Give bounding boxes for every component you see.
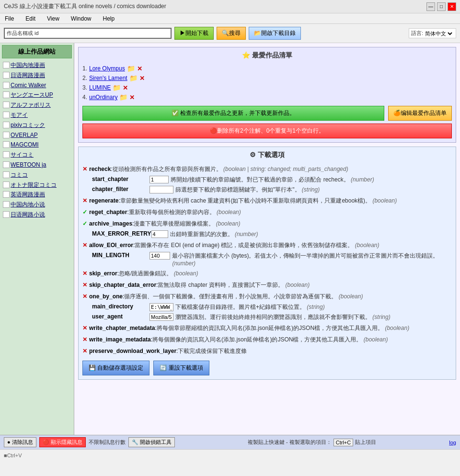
option-write-chapter-meta: ✕ write_chapter_metadata:將每個章節壓縮檔的資訊寫入同名…	[82, 322, 452, 334]
checkbox-icon[interactable]	[3, 191, 10, 198]
sidebar-item-china-manga[interactable]: 中国内地漫画	[2, 60, 72, 70]
sidebar-item-alpha-polis[interactable]: アルファポリス	[2, 100, 72, 110]
bottom-icon: ■	[4, 453, 7, 458]
option-preserve-work-layer: ✕ preserve_download_work_layer:下載完成後保留下載…	[82, 345, 452, 357]
option-buttons: 💾 自動儲存選項設定 🔄 重設下載選項	[82, 361, 452, 375]
option-name: recheck	[89, 166, 111, 172]
lang-select[interactable]: 简体中文 繁體中文 English	[423, 30, 454, 37]
checkbox-icon[interactable]	[3, 72, 10, 79]
edit-list-button[interactable]: 🍊编辑最爱作品清单	[388, 106, 452, 121]
checkbox-icon[interactable]	[3, 151, 10, 158]
open-dir-button[interactable]: 📂開啟下載目錄	[249, 27, 301, 40]
checkbox-icon[interactable]	[3, 122, 10, 128]
sidebar-item-comico[interactable]: コミコ	[2, 170, 72, 180]
fav-number: 3.	[82, 84, 87, 91]
fav-link[interactable]: LUMINE	[89, 84, 111, 91]
option-name: preserve_download_work_layer	[89, 348, 176, 354]
favorites-title: ⭐ 最愛作品清單	[82, 51, 452, 60]
max-error-retry-input[interactable]	[151, 230, 168, 238]
option-status-icon: ✓	[82, 208, 87, 216]
menu-edit[interactable]: Edit	[23, 14, 38, 23]
chapter-filter-input[interactable]	[150, 186, 173, 193]
sidebar-item-webtoon[interactable]: WEBTOON ja	[2, 160, 72, 170]
fav-number: 4.	[82, 94, 87, 101]
fav-link[interactable]: Siren's Lament	[89, 75, 127, 81]
delete-icon[interactable]: ✕	[137, 65, 142, 72]
min-length-input[interactable]	[150, 252, 170, 260]
check-updates-button[interactable]: ✅ 检查所有最爱作品之更新，并下载更新作品。	[82, 106, 384, 121]
fav-link[interactable]: Lore Olympus	[89, 65, 125, 72]
checkbox-icon[interactable]	[3, 171, 10, 178]
sidebar-item-en-manga[interactable]: 英语网路漫画	[2, 190, 72, 200]
start-download-button[interactable]: ▶開始下載	[174, 27, 214, 40]
option-label: MAX_ERROR_RETRY	[92, 230, 151, 237]
folder-icon: 📁	[119, 93, 127, 101]
minimize-button[interactable]: —	[426, 2, 435, 11]
sidebar-item-jp-manga[interactable]: 日语网路漫画	[2, 70, 72, 80]
fav-link[interactable]: unOrdinary	[89, 94, 117, 101]
checkbox-icon[interactable]	[3, 181, 10, 188]
menu-file[interactable]: File	[2, 14, 17, 23]
list-item: 1. Lore Olympus 📁 ✕	[82, 64, 452, 73]
main-directory-input[interactable]	[150, 303, 173, 311]
checkbox-icon[interactable]	[3, 201, 10, 208]
option-name: one_by_one	[89, 293, 123, 300]
sidebar-item-comicwalker[interactable]: Comic Walker	[2, 80, 72, 91]
checkbox-icon[interactable]	[3, 102, 10, 108]
option-user-agent: user_agent 瀏覽器識別。運行前後始終維持相同的瀏覽器識別，應該就不會影…	[82, 312, 452, 322]
option-status-icon: ✕	[82, 241, 87, 249]
folder-icon: 📁	[113, 84, 121, 91]
checkbox-icon[interactable]	[3, 82, 10, 89]
menu-view[interactable]: View	[44, 14, 62, 23]
option-name: skip_chapter_data_error	[89, 282, 156, 288]
search-input[interactable]	[39, 30, 169, 37]
sidebar-item-saicomi[interactable]: サイコミ	[2, 150, 72, 160]
checkbox-icon[interactable]	[3, 141, 10, 148]
copy-label: 複製貼上快速鍵 - 複製選取的項目：	[248, 439, 332, 446]
sidebar-item-moai[interactable]: モアイ	[2, 110, 72, 120]
sidebar-item-young-ace[interactable]: ヤングエースUP	[2, 90, 72, 100]
option-max-error-retry: MAX_ERROR_RETRY 出錯時重新嘗試的次數。 (number)	[82, 229, 452, 239]
checkbox-icon[interactable]	[3, 211, 10, 218]
window-controls: — □ ✕	[426, 2, 456, 11]
show-hidden-button[interactable]: 🔴 顯示隱藏訊息	[39, 437, 86, 447]
save-options-button[interactable]: 💾 自動儲存選項設定	[82, 361, 150, 375]
favorites-list: 1. Lore Olympus 📁 ✕ 2. Siren's Lament 📁 …	[82, 64, 452, 102]
sidebar-item-pixiv[interactable]: pixivコミック	[2, 120, 72, 130]
sidebar-item-otona[interactable]: オトナ限定コミコ	[2, 180, 72, 190]
checkbox-icon[interactable]	[3, 112, 10, 118]
option-label: MIN_LENGTH	[92, 252, 150, 259]
sidebar-item-overlap[interactable]: OVERLAP	[2, 130, 72, 140]
close-button[interactable]: ✕	[448, 2, 456, 11]
fav-number: 2.	[82, 75, 87, 81]
checkbox-icon[interactable]	[3, 62, 10, 68]
option-label: chapter_filter	[92, 186, 150, 193]
delete-icon[interactable]: ✕	[139, 75, 145, 82]
maximize-button[interactable]: □	[437, 2, 446, 11]
clear-messages-button[interactable]: ● 清除訊息	[4, 437, 36, 447]
list-item: 3. LUMINE 📁 ✕	[82, 83, 452, 92]
log-link[interactable]: log	[449, 440, 456, 445]
debug-button[interactable]: 🔧 開啟偵錯工具	[128, 437, 175, 447]
download-options-title: ⚙ 下載選項	[82, 151, 452, 159]
menu-window[interactable]: Window	[68, 14, 94, 23]
user-agent-input[interactable]	[150, 313, 173, 321]
delete-icon[interactable]: ✕	[129, 94, 135, 101]
option-skip-error: ✕ skip_error:忽略/跳過圖像錯誤。 (boolean)	[82, 268, 452, 279]
start-chapter-input[interactable]	[150, 176, 169, 183]
sidebar-item-cn-novel[interactable]: 中国内地小说	[2, 200, 72, 210]
delete-notes-button[interactable]: 🔴删除所有2个注解、0个重复与1个空白行。	[82, 124, 452, 138]
checkbox-icon[interactable]	[3, 161, 10, 168]
folder-icon: 📁	[129, 74, 138, 82]
delete-icon[interactable]: ✕	[123, 84, 128, 91]
search-button[interactable]: 🔍搜尋	[217, 27, 246, 40]
checkbox-icon[interactable]	[3, 91, 10, 98]
option-chapter-filter: chapter_filter 篩選想要下載的章節標題關鍵字。例如"單行本"。 (…	[82, 185, 452, 195]
sidebar-item-jp-novel[interactable]: 日语网路小说	[2, 210, 72, 220]
menu-help[interactable]: Help	[100, 14, 118, 23]
list-item: 4. unOrdinary 📁 ✕	[82, 92, 452, 102]
sidebar-item-magcomi[interactable]: MAGCOMI	[2, 140, 72, 150]
option-one-by-one: ✕ one_by_one:循序逐個、一個個下載圖像。僅對漫畫有用，對小說無用。小…	[82, 291, 452, 302]
reset-options-button[interactable]: 🔄 重設下載選項	[153, 361, 209, 375]
checkbox-icon[interactable]	[3, 132, 10, 138]
